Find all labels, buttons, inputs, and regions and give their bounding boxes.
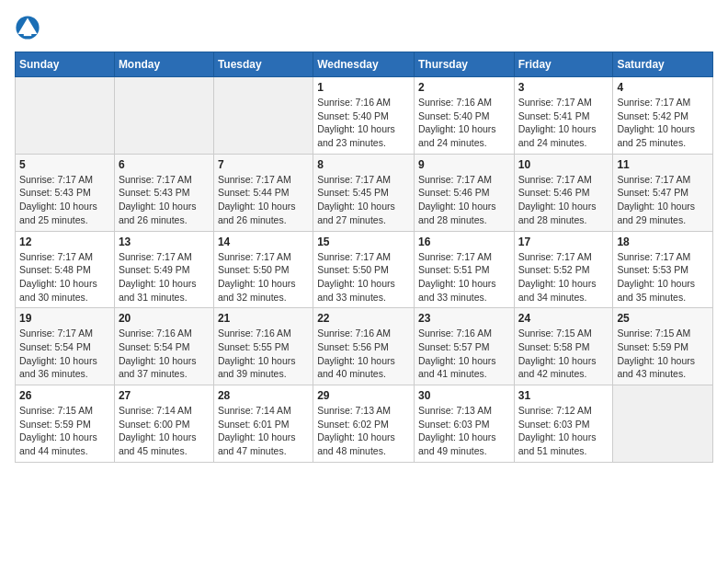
day-number: 25	[617, 312, 709, 325]
day-info: Sunrise: 7:17 AM Sunset: 5:52 PM Dayligh…	[518, 250, 609, 304]
calendar-cell	[613, 385, 713, 463]
day-number: 23	[418, 312, 510, 325]
day-header-saturday: Saturday	[613, 52, 713, 77]
day-header-wednesday: Wednesday	[313, 52, 415, 77]
day-number: 8	[317, 158, 410, 171]
calendar-cell: 26Sunrise: 7:15 AM Sunset: 5:59 PM Dayli…	[16, 385, 115, 463]
calendar-cell	[213, 77, 313, 155]
day-number: 27	[119, 389, 210, 402]
day-number: 4	[617, 81, 709, 94]
day-header-tuesday: Tuesday	[213, 52, 313, 77]
calendar-cell: 6Sunrise: 7:17 AM Sunset: 5:43 PM Daylig…	[114, 154, 213, 231]
day-number: 1	[317, 81, 410, 94]
calendar-cell: 28Sunrise: 7:14 AM Sunset: 6:01 PM Dayli…	[213, 385, 313, 463]
day-number: 9	[418, 158, 510, 171]
day-number: 14	[218, 236, 309, 248]
day-number: 29	[317, 389, 410, 402]
calendar-cell: 14Sunrise: 7:17 AM Sunset: 5:50 PM Dayli…	[213, 231, 313, 308]
day-info: Sunrise: 7:14 AM Sunset: 6:01 PM Dayligh…	[218, 404, 309, 458]
day-number: 13	[119, 236, 210, 248]
calendar-cell: 23Sunrise: 7:16 AM Sunset: 5:57 PM Dayli…	[414, 308, 514, 385]
day-info: Sunrise: 7:14 AM Sunset: 6:00 PM Dayligh…	[119, 404, 210, 458]
day-info: Sunrise: 7:13 AM Sunset: 6:03 PM Dayligh…	[418, 404, 510, 458]
logo	[15, 15, 42, 40]
day-number: 24	[518, 312, 609, 325]
day-number: 30	[418, 389, 510, 402]
day-number: 10	[518, 158, 609, 171]
calendar-cell: 16Sunrise: 7:17 AM Sunset: 5:51 PM Dayli…	[414, 231, 514, 308]
calendar-cell: 7Sunrise: 7:17 AM Sunset: 5:44 PM Daylig…	[213, 154, 313, 231]
calendar-cell: 31Sunrise: 7:12 AM Sunset: 6:03 PM Dayli…	[514, 385, 613, 463]
day-number: 19	[19, 312, 110, 325]
day-number: 15	[317, 236, 410, 248]
day-info: Sunrise: 7:17 AM Sunset: 5:54 PM Dayligh…	[19, 327, 110, 381]
day-number: 28	[218, 389, 309, 402]
calendar-cell	[16, 77, 115, 155]
day-number: 18	[617, 236, 709, 248]
calendar-cell: 19Sunrise: 7:17 AM Sunset: 5:54 PM Dayli…	[16, 308, 115, 385]
day-number: 22	[317, 312, 410, 325]
calendar-cell: 1Sunrise: 7:16 AM Sunset: 5:40 PM Daylig…	[313, 77, 415, 155]
day-info: Sunrise: 7:17 AM Sunset: 5:46 PM Dayligh…	[418, 173, 510, 227]
calendar-cell: 2Sunrise: 7:16 AM Sunset: 5:40 PM Daylig…	[414, 77, 514, 155]
calendar-cell: 27Sunrise: 7:14 AM Sunset: 6:00 PM Dayli…	[114, 385, 213, 463]
calendar-cell: 9Sunrise: 7:17 AM Sunset: 5:46 PM Daylig…	[414, 154, 514, 231]
day-info: Sunrise: 7:17 AM Sunset: 5:41 PM Dayligh…	[518, 96, 609, 150]
calendar-cell: 10Sunrise: 7:17 AM Sunset: 5:46 PM Dayli…	[514, 154, 613, 231]
day-info: Sunrise: 7:17 AM Sunset: 5:46 PM Dayligh…	[518, 173, 609, 227]
day-header-friday: Friday	[514, 52, 613, 77]
week-row-2: 5Sunrise: 7:17 AM Sunset: 5:43 PM Daylig…	[16, 154, 713, 231]
day-header-thursday: Thursday	[414, 52, 514, 77]
calendar-cell: 25Sunrise: 7:15 AM Sunset: 5:59 PM Dayli…	[613, 308, 713, 385]
calendar-cell	[114, 77, 213, 155]
day-info: Sunrise: 7:17 AM Sunset: 5:43 PM Dayligh…	[119, 173, 210, 227]
calendar-cell: 29Sunrise: 7:13 AM Sunset: 6:02 PM Dayli…	[313, 385, 415, 463]
calendar-cell: 24Sunrise: 7:15 AM Sunset: 5:58 PM Dayli…	[514, 308, 613, 385]
day-info: Sunrise: 7:15 AM Sunset: 5:59 PM Dayligh…	[19, 404, 110, 458]
day-number: 12	[19, 236, 110, 248]
day-number: 5	[19, 158, 110, 171]
day-info: Sunrise: 7:17 AM Sunset: 5:50 PM Dayligh…	[317, 250, 410, 304]
day-number: 3	[518, 81, 609, 94]
calendar-cell: 20Sunrise: 7:16 AM Sunset: 5:54 PM Dayli…	[114, 308, 213, 385]
day-info: Sunrise: 7:17 AM Sunset: 5:48 PM Dayligh…	[19, 250, 110, 304]
calendar-table: SundayMondayTuesdayWednesdayThursdayFrid…	[15, 52, 713, 463]
day-info: Sunrise: 7:17 AM Sunset: 5:44 PM Dayligh…	[218, 173, 309, 227]
calendar-cell: 4Sunrise: 7:17 AM Sunset: 5:42 PM Daylig…	[613, 77, 713, 155]
calendar-cell: 8Sunrise: 7:17 AM Sunset: 5:45 PM Daylig…	[313, 154, 415, 231]
day-info: Sunrise: 7:17 AM Sunset: 5:45 PM Dayligh…	[317, 173, 410, 227]
day-number: 21	[218, 312, 309, 325]
calendar-cell: 11Sunrise: 7:17 AM Sunset: 5:47 PM Dayli…	[613, 154, 713, 231]
day-info: Sunrise: 7:17 AM Sunset: 5:43 PM Dayligh…	[19, 173, 110, 227]
day-header-monday: Monday	[114, 52, 213, 77]
calendar-cell: 17Sunrise: 7:17 AM Sunset: 5:52 PM Dayli…	[514, 231, 613, 308]
day-info: Sunrise: 7:17 AM Sunset: 5:49 PM Dayligh…	[119, 250, 210, 304]
day-number: 11	[617, 158, 709, 171]
day-info: Sunrise: 7:17 AM Sunset: 5:50 PM Dayligh…	[218, 250, 309, 304]
calendar-cell: 21Sunrise: 7:16 AM Sunset: 5:55 PM Dayli…	[213, 308, 313, 385]
calendar-cell: 3Sunrise: 7:17 AM Sunset: 5:41 PM Daylig…	[514, 77, 613, 155]
day-number: 6	[119, 158, 210, 171]
day-info: Sunrise: 7:17 AM Sunset: 5:51 PM Dayligh…	[418, 250, 510, 304]
day-info: Sunrise: 7:16 AM Sunset: 5:55 PM Dayligh…	[218, 327, 309, 381]
svg-rect-2	[24, 33, 31, 37]
day-number: 16	[418, 236, 510, 248]
week-row-1: 1Sunrise: 7:16 AM Sunset: 5:40 PM Daylig…	[16, 77, 713, 155]
calendar-cell: 18Sunrise: 7:17 AM Sunset: 5:53 PM Dayli…	[613, 231, 713, 308]
week-row-3: 12Sunrise: 7:17 AM Sunset: 5:48 PM Dayli…	[16, 231, 713, 308]
day-number: 20	[119, 312, 210, 325]
calendar-cell: 12Sunrise: 7:17 AM Sunset: 5:48 PM Dayli…	[16, 231, 115, 308]
day-info: Sunrise: 7:16 AM Sunset: 5:40 PM Dayligh…	[317, 96, 410, 150]
day-info: Sunrise: 7:16 AM Sunset: 5:56 PM Dayligh…	[317, 327, 410, 381]
day-number: 17	[518, 236, 609, 248]
week-row-4: 19Sunrise: 7:17 AM Sunset: 5:54 PM Dayli…	[16, 308, 713, 385]
calendar-cell: 5Sunrise: 7:17 AM Sunset: 5:43 PM Daylig…	[16, 154, 115, 231]
day-header-sunday: Sunday	[16, 52, 115, 77]
day-number: 7	[218, 158, 309, 171]
day-info: Sunrise: 7:15 AM Sunset: 5:59 PM Dayligh…	[617, 327, 709, 381]
day-number: 31	[518, 389, 609, 402]
day-info: Sunrise: 7:15 AM Sunset: 5:58 PM Dayligh…	[518, 327, 609, 381]
day-info: Sunrise: 7:17 AM Sunset: 5:42 PM Dayligh…	[617, 96, 709, 150]
day-info: Sunrise: 7:17 AM Sunset: 5:47 PM Dayligh…	[617, 173, 709, 227]
calendar-cell: 30Sunrise: 7:13 AM Sunset: 6:03 PM Dayli…	[414, 385, 514, 463]
